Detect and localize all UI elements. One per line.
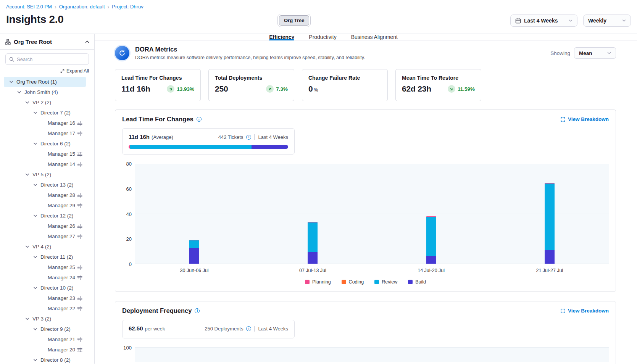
tree-item[interactable]: Manager 20	[4, 345, 86, 355]
filter-sliders-icon[interactable]	[77, 306, 82, 311]
info-icon[interactable]	[246, 326, 251, 331]
metric-cards-row: Lead Time For Changes11d 16h13.93%Total …	[115, 69, 616, 101]
filter-sliders-icon[interactable]	[77, 121, 82, 126]
stacked-bar[interactable]	[189, 164, 199, 264]
deployment-rate-value: 62.50	[129, 325, 143, 332]
tab-efficiency[interactable]: Efficiency	[269, 34, 294, 40]
tree-item[interactable]: Manager 21	[4, 334, 86, 345]
tree-item[interactable]: Manager 23	[4, 293, 86, 303]
chevron-down-icon[interactable]	[33, 214, 40, 218]
distribution-segment-build	[252, 145, 288, 149]
chevron-down-icon[interactable]	[33, 358, 40, 362]
tree-item[interactable]: Manager 17	[4, 128, 86, 139]
tree-item[interactable]: Director 10 (2)	[4, 283, 86, 293]
tree-item-label: Manager 28	[48, 192, 75, 198]
tab-business-alignment[interactable]: Business Alignment	[351, 34, 398, 40]
org-tree-toggle-button[interactable]: Org Tree	[279, 15, 309, 26]
granularity-select[interactable]: Weekly	[583, 14, 631, 27]
breadcrumb-link[interactable]: Organization: default	[59, 4, 105, 10]
chevron-down-icon[interactable]	[33, 111, 40, 115]
filter-sliders-icon[interactable]	[77, 296, 82, 301]
granularity-value: Weekly	[588, 18, 606, 24]
tickets-count: 442 Tickets	[218, 134, 244, 140]
chevron-down-icon[interactable]	[25, 317, 32, 321]
tree-item-label: Manager 25	[48, 264, 75, 270]
collapse-sidebar-icon[interactable]	[85, 40, 89, 44]
metric-card-label: Mean Time To Restore	[402, 75, 475, 81]
tree-item[interactable]: Director 7 (2)	[4, 108, 86, 118]
chevron-down-icon[interactable]	[25, 100, 32, 105]
breadcrumb: Account: SEI 2.0 PMOrganization: default…	[6, 4, 631, 10]
search-input[interactable]	[17, 56, 85, 62]
tree-item[interactable]: Manager 27	[4, 231, 86, 242]
showing-select[interactable]: Mean	[574, 47, 616, 59]
tree-item[interactable]: John Smith (4)	[4, 87, 86, 97]
tree-item[interactable]: Director 6 (2)	[4, 139, 86, 149]
filter-sliders-icon[interactable]	[77, 337, 82, 342]
metric-card-value: 11d 16h	[121, 84, 150, 93]
tree-item-label: VP 4 (2)	[32, 244, 51, 250]
info-icon[interactable]	[246, 135, 251, 140]
deployment-view-breakdown-link[interactable]: View Breakdown	[561, 308, 609, 314]
tree-item[interactable]: Director 9 (2)	[4, 324, 86, 334]
chevron-down-icon[interactable]	[33, 255, 40, 259]
stacked-bar[interactable]	[545, 164, 555, 264]
info-icon[interactable]	[197, 117, 202, 122]
tree-item[interactable]: Manager 26	[4, 221, 86, 231]
filter-sliders-icon[interactable]	[77, 234, 82, 239]
lead-time-view-breakdown-link[interactable]: View Breakdown	[561, 116, 609, 122]
chevron-down-icon[interactable]	[25, 172, 32, 177]
tree-item[interactable]: Manager 28	[4, 190, 86, 200]
tree-item[interactable]: Manager 25	[4, 262, 86, 272]
tree-item[interactable]: VP 3 (2)	[4, 314, 86, 324]
tree-item[interactable]: Manager 29	[4, 200, 86, 211]
chevron-down-icon[interactable]	[17, 90, 24, 94]
deployments-count: 250 Deployments	[205, 326, 243, 332]
stacked-bar[interactable]	[308, 164, 318, 264]
legend-swatch	[408, 280, 413, 284]
tree-item[interactable]: Org Tree Root (1)	[4, 77, 86, 87]
chevron-down-icon[interactable]	[33, 327, 40, 331]
trend-down-icon	[167, 85, 174, 93]
tree-item[interactable]: Director 12 (2)	[4, 211, 86, 221]
chevron-down-icon[interactable]	[9, 80, 16, 84]
tree-item[interactable]: Director 13 (2)	[4, 180, 86, 190]
tree-item[interactable]: VP 4 (2)	[4, 242, 86, 252]
breadcrumb-link[interactable]: Project: Dhruv	[112, 4, 143, 10]
tab-productivity[interactable]: Productivity	[309, 34, 336, 40]
legend-item-build: Build	[408, 279, 426, 285]
deployment-frequency-card: Deployment Frequency View Breakdown 62.5…	[115, 301, 616, 364]
chevron-down-icon[interactable]	[33, 142, 40, 146]
date-range-select[interactable]: Last 4 Weeks	[510, 14, 577, 27]
tree-item[interactable]: VP 5 (2)	[4, 169, 86, 180]
tree-item[interactable]: VP 2 (2)	[4, 97, 86, 108]
filter-sliders-icon[interactable]	[77, 224, 82, 229]
expand-all-button[interactable]: Expand All	[4, 68, 89, 74]
tree-item[interactable]: Manager 22	[4, 303, 86, 314]
deployment-summary-box: 62.50per week 250 Deployments Last 4 Wee…	[122, 320, 295, 338]
filter-sliders-icon[interactable]	[77, 347, 82, 353]
summary-range: Last 4 Weeks	[254, 134, 288, 140]
tree-item[interactable]: Director 11 (2)	[4, 252, 86, 262]
lead-time-average-value: 11d 16h	[129, 134, 150, 140]
filter-sliders-icon[interactable]	[77, 275, 82, 280]
chevron-down-icon[interactable]	[33, 286, 40, 290]
stacked-bar[interactable]	[426, 164, 436, 264]
info-icon[interactable]	[195, 308, 200, 313]
tree-item-label: Org Tree Root (1)	[16, 79, 57, 85]
tree-item[interactable]: Manager 16	[4, 118, 86, 128]
chevron-down-icon	[607, 51, 611, 55]
filter-sliders-icon[interactable]	[77, 131, 82, 136]
breadcrumb-link[interactable]: Account: SEI 2.0 PM	[6, 4, 52, 10]
tree-item[interactable]: Director 8 (2)	[4, 355, 86, 364]
tree-item[interactable]: Manager 24	[4, 272, 86, 283]
tree-item[interactable]: Manager 15	[4, 149, 86, 159]
tree-item[interactable]: Manager 14	[4, 159, 86, 169]
filter-sliders-icon[interactable]	[77, 151, 82, 157]
chevron-down-icon[interactable]	[33, 183, 40, 187]
filter-sliders-icon[interactable]	[77, 265, 82, 270]
filter-sliders-icon[interactable]	[77, 162, 82, 167]
filter-sliders-icon[interactable]	[77, 203, 82, 208]
chevron-down-icon[interactable]	[25, 245, 32, 249]
filter-sliders-icon[interactable]	[77, 193, 82, 198]
